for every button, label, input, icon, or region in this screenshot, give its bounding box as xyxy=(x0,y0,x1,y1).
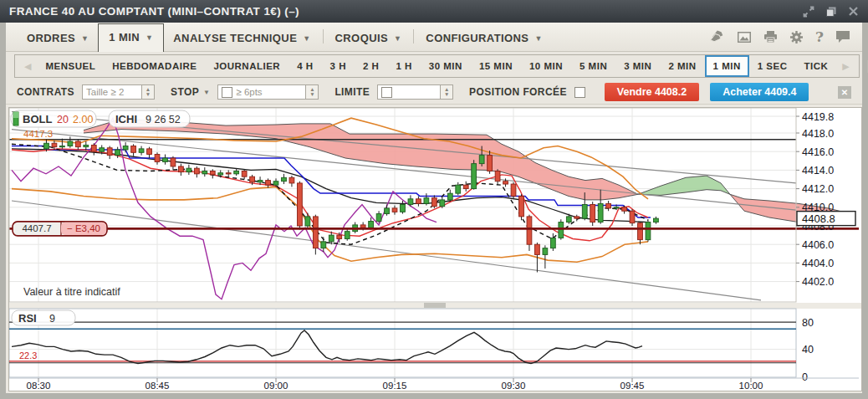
timeframe-3-min[interactable]: 3 MIN xyxy=(615,55,660,77)
timeframe-2-h[interactable]: 2 H xyxy=(355,55,387,77)
timeframe-10-min[interactable]: 10 MIN xyxy=(521,55,571,77)
help-icon[interactable]: ? xyxy=(815,28,824,45)
svg-text:4418.0: 4418.0 xyxy=(802,128,834,140)
svg-text:22.3: 22.3 xyxy=(19,350,37,361)
svg-text:Valeur à titre indicatif: Valeur à titre indicatif xyxy=(23,286,120,298)
menu-separator xyxy=(323,29,324,43)
stop-value: ≥ 6pts xyxy=(236,87,262,97)
menu-ordres[interactable]: ORDRES▼ xyxy=(18,25,98,51)
contract-size-input[interactable]: Taille ≥ 2 xyxy=(82,84,142,100)
title-bar: FRANCE 40 AU COMPTANT (MINI–CONTRAT 1€) … xyxy=(0,0,868,23)
svg-text:4414.0: 4414.0 xyxy=(802,165,834,176)
timeframe-3-h[interactable]: 3 H xyxy=(322,55,355,77)
svg-text:2.00: 2.00 xyxy=(73,114,93,125)
limite-input[interactable] xyxy=(377,84,441,100)
limite-label: LIMITE xyxy=(334,86,370,98)
svg-text:4406.0: 4406.0 xyxy=(802,239,834,251)
svg-text:9: 9 xyxy=(49,313,55,325)
timeframe-1-h[interactable]: 1 H xyxy=(387,55,420,77)
svg-text:09:45: 09:45 xyxy=(620,381,645,391)
svg-text:08:30: 08:30 xyxy=(27,381,51,391)
panel-resize-handle[interactable] xyxy=(9,303,861,309)
timeframe-4-h[interactable]: 4 H xyxy=(288,55,321,77)
svg-text:4407.7: 4407.7 xyxy=(22,223,51,233)
timeframe-1-min[interactable]: 1 MIN xyxy=(705,55,749,77)
tags-icon[interactable] xyxy=(710,30,725,43)
timeframe-2-min[interactable]: 2 MIN xyxy=(660,55,704,77)
timeframe-hebdomadaire[interactable]: HEBDOMADAIRE xyxy=(104,55,205,77)
svg-text:4408.8: 4408.8 xyxy=(802,212,835,225)
sell-button[interactable]: Vendre 4408.2 xyxy=(605,83,699,101)
contract-size-value: Taille ≥ 2 xyxy=(86,87,124,97)
trading-window: FRANCE 40 AU COMPTANT (MINI–CONTRAT 1€) … xyxy=(0,0,868,399)
menu-configurations-label: CONFIGURATIONS xyxy=(426,32,528,44)
svg-text:10:00: 10:00 xyxy=(739,381,763,391)
contract-size-stepper[interactable]: ▲▼ xyxy=(142,84,155,100)
timeframe-tick[interactable]: TICK xyxy=(795,55,836,77)
svg-text:40: 40 xyxy=(802,344,814,356)
chevron-down-icon: ▼ xyxy=(146,33,153,42)
timeframe-group: ◀ MENSUELHEBDOMADAIREJOURNALIER4 H3 H2 H… xyxy=(14,54,860,78)
duplicate-window-icon[interactable] xyxy=(825,5,837,18)
expand-icon[interactable] xyxy=(802,5,814,18)
timeframe-bar: ◀ MENSUELHEBDOMADAIREJOURNALIER4 H3 H2 H… xyxy=(6,52,862,80)
chevron-down-icon: ▼ xyxy=(81,34,89,43)
position-marker[interactable]: 4407.7− E3,40 xyxy=(9,222,859,236)
svg-text:4402.0: 4402.0 xyxy=(802,276,834,288)
indicative-note: Valeur à titre indicatif xyxy=(23,286,120,298)
menu-ordres-label: ORDRES xyxy=(27,32,75,44)
menu-analyse-label: ANALYSE TECHNIQUE xyxy=(173,32,297,44)
rsi-axis[interactable]: 80400 xyxy=(802,317,814,383)
svg-text:4419.8: 4419.8 xyxy=(802,111,834,123)
timeframe-5-min[interactable]: 5 MIN xyxy=(571,55,615,77)
position-forcee-checkbox[interactable] xyxy=(574,87,585,98)
stop-input[interactable]: ≥ 6pts xyxy=(217,84,306,100)
image-icon[interactable] xyxy=(737,31,752,43)
stop-checkbox[interactable] xyxy=(222,87,232,98)
chart-canvas[interactable]: 4417.34407.7− E3,404419.84418.04416.0441… xyxy=(9,108,861,391)
chevron-down-icon: ▼ xyxy=(203,89,210,96)
menu-configurations[interactable]: CONFIGURATIONS▼ xyxy=(416,25,551,51)
chevron-down-icon: ▼ xyxy=(534,34,542,43)
price-axis[interactable]: 4419.84418.04416.04414.04412.04410.04408… xyxy=(796,111,834,289)
scroll-right-icon[interactable]: ▶ xyxy=(836,61,855,72)
chart-panel: 4417.34407.7− E3,404419.84418.04416.0441… xyxy=(8,107,862,391)
svg-text:09:00: 09:00 xyxy=(264,381,288,391)
timeframe-15-min[interactable]: 15 MIN xyxy=(471,55,521,77)
timeframe-journalier[interactable]: JOURNALIER xyxy=(205,55,288,77)
gear-icon[interactable] xyxy=(789,30,804,44)
legend: BOLL202.00ICHI9 26 52 xyxy=(11,110,190,127)
timeframe-30-min[interactable]: 30 MIN xyxy=(421,55,471,77)
timeframe-1-sec[interactable]: 1 SEC xyxy=(749,55,796,77)
svg-text:RSI: RSI xyxy=(18,312,37,325)
chevron-down-icon: ▼ xyxy=(394,34,401,43)
order-bar: CONTRATS Taille ≥ 2 ▲▼ STOP▼ ≥ 6pts ▲▼ L… xyxy=(6,80,862,105)
svg-text:08:45: 08:45 xyxy=(146,381,170,391)
menu-bar: ORDRES▼ 1 MIN▼ ANALYSE TECHNIQUE▼ CROQUI… xyxy=(6,23,862,52)
svg-text:09:30: 09:30 xyxy=(502,381,526,391)
menu-analyse-technique[interactable]: ANALYSE TECHNIQUE▼ xyxy=(164,25,319,51)
menu-croquis-label: CROQUIS xyxy=(335,32,388,44)
menu-croquis[interactable]: CROQUIS▼ xyxy=(326,25,411,51)
window-title: FRANCE 40 AU COMPTANT (MINI–CONTRAT 1€) … xyxy=(9,0,299,23)
timeframe-mensuel[interactable]: MENSUEL xyxy=(37,55,104,77)
menu-1-min[interactable]: 1 MIN▼ xyxy=(98,23,164,52)
svg-text:4417.3: 4417.3 xyxy=(23,129,53,139)
limite-checkbox[interactable] xyxy=(381,87,392,98)
chat-icon[interactable] xyxy=(835,30,850,43)
order-bar-close-button[interactable]: ✕ xyxy=(838,86,851,99)
svg-text:9 26 52: 9 26 52 xyxy=(146,114,181,125)
contrats-label: CONTRATS xyxy=(17,86,74,98)
buy-button[interactable]: Acheter 4409.4 xyxy=(710,83,809,101)
rsi-panel: RSI922.3 xyxy=(9,309,796,377)
svg-text:− E3,40: − E3,40 xyxy=(67,223,100,233)
chevron-down-icon: ▼ xyxy=(303,34,310,43)
svg-text:4404.0: 4404.0 xyxy=(802,258,834,269)
close-icon[interactable] xyxy=(847,5,860,18)
time-axis[interactable]: 08:3008:4509:0009:1509:3009:4510:00 xyxy=(9,378,859,391)
scroll-left-icon[interactable]: ◀ xyxy=(18,61,37,72)
position-forcee-label: POSITION FORCÉE xyxy=(469,86,567,98)
stop-stepper[interactable]: ▲▼ xyxy=(306,84,319,100)
printer-icon[interactable] xyxy=(763,30,778,43)
limite-stepper[interactable]: ▲▼ xyxy=(441,84,453,100)
